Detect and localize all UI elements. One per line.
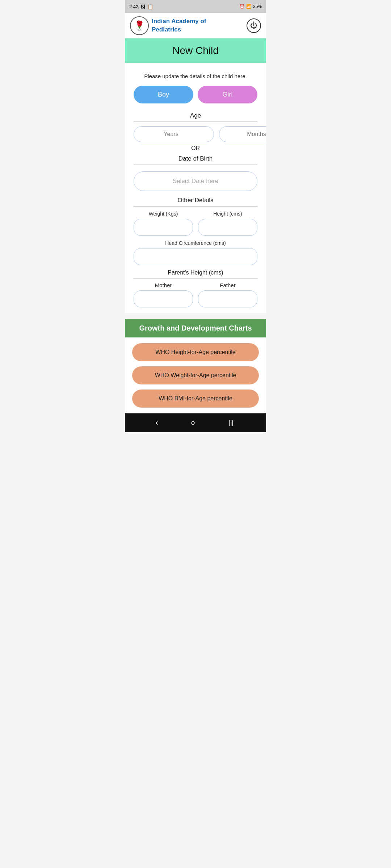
who-weight-age-button[interactable]: WHO Weight-for-Age percentile: [132, 366, 259, 384]
page-title-banner: New Child: [125, 38, 266, 63]
age-section-label: Age: [134, 112, 257, 122]
form-subtitle: Please update the details of the child h…: [134, 73, 257, 79]
parent-row: Mother Father: [134, 282, 257, 307]
mother-height-input[interactable]: [134, 290, 193, 307]
head-circumference-input[interactable]: [134, 248, 257, 265]
alarm-icon: ⏰: [239, 4, 245, 9]
home-button[interactable]: ○: [185, 415, 201, 430]
power-icon: ⏻: [250, 21, 257, 30]
weight-group: Weight (Kgs): [134, 211, 193, 236]
clipboard-icon: 📋: [147, 4, 153, 9]
photo-icon: 🖼: [140, 4, 145, 9]
or-label: OR: [134, 145, 257, 152]
org-logo: 🌹 IAP: [130, 16, 149, 35]
date-picker-button[interactable]: Select Date here: [134, 171, 257, 191]
years-input[interactable]: [134, 126, 214, 142]
parent-height-label: Parent's Height (cms): [134, 269, 257, 278]
dob-section: Date of Birth Select Date here: [134, 155, 257, 191]
head-circumference-section: Head Circumference (cms): [134, 240, 257, 265]
recents-button[interactable]: ⫼: [222, 415, 241, 430]
other-details-section: Other Details Weight (Kgs) Height (cms) …: [134, 197, 257, 265]
boy-button[interactable]: Boy: [134, 86, 193, 103]
org-name: Indian Academy of Pediatrics: [152, 17, 206, 33]
nav-bar: ‹ ○ ⫼: [125, 413, 266, 432]
wifi-icon: 📶: [246, 4, 252, 9]
time-display: 2:42: [129, 4, 138, 9]
power-button[interactable]: ⏻: [247, 18, 261, 33]
back-button[interactable]: ‹: [150, 415, 164, 430]
father-label: Father: [220, 282, 235, 288]
status-bar: 2:42 🖼 📋 ⏰ 📶 35%: [125, 0, 266, 13]
dob-section-label: Date of Birth: [134, 155, 257, 165]
battery-display: 35%: [253, 4, 262, 9]
page-title: New Child: [125, 45, 266, 56]
father-group: Father: [198, 282, 257, 307]
main-content: Please update the details of the child h…: [125, 63, 266, 313]
weight-label: Weight (Kgs): [149, 211, 178, 217]
rose-icon: 🌹: [135, 20, 144, 29]
logo-caption: IAP: [138, 29, 141, 31]
weight-input[interactable]: [134, 219, 193, 236]
gender-row: Boy Girl: [134, 86, 257, 103]
other-details-label: Other Details: [134, 197, 257, 207]
height-input[interactable]: [198, 219, 257, 236]
father-height-input[interactable]: [198, 290, 257, 307]
status-left: 2:42 🖼 📋: [129, 4, 153, 9]
growth-section-title: Growth and Development Charts: [139, 324, 252, 332]
chart-buttons-section: WHO Height-for-Age percentile WHO Weight…: [125, 337, 266, 413]
who-bmi-age-button[interactable]: WHO BMI-for-Age percentile: [132, 390, 259, 408]
mother-group: Mother: [134, 282, 193, 307]
who-height-age-button[interactable]: WHO Height-for-Age percentile: [132, 343, 259, 361]
parent-height-section: Parent's Height (cms) Mother Father: [134, 269, 257, 307]
height-group: Height (cms): [198, 211, 257, 236]
age-row: [134, 126, 257, 142]
status-right: ⏰ 📶 35%: [239, 4, 262, 9]
months-input[interactable]: [219, 126, 266, 142]
mother-label: Mother: [155, 282, 172, 288]
hc-label: Head Circumference (cms): [165, 240, 226, 246]
height-label: Height (cms): [213, 211, 242, 217]
app-header: 🌹 IAP Indian Academy of Pediatrics ⏻: [125, 13, 266, 38]
weight-height-row: Weight (Kgs) Height (cms): [134, 211, 257, 236]
header-left: 🌹 IAP Indian Academy of Pediatrics: [130, 16, 206, 35]
growth-section-banner: Growth and Development Charts: [125, 319, 266, 337]
girl-button[interactable]: Girl: [198, 86, 257, 103]
